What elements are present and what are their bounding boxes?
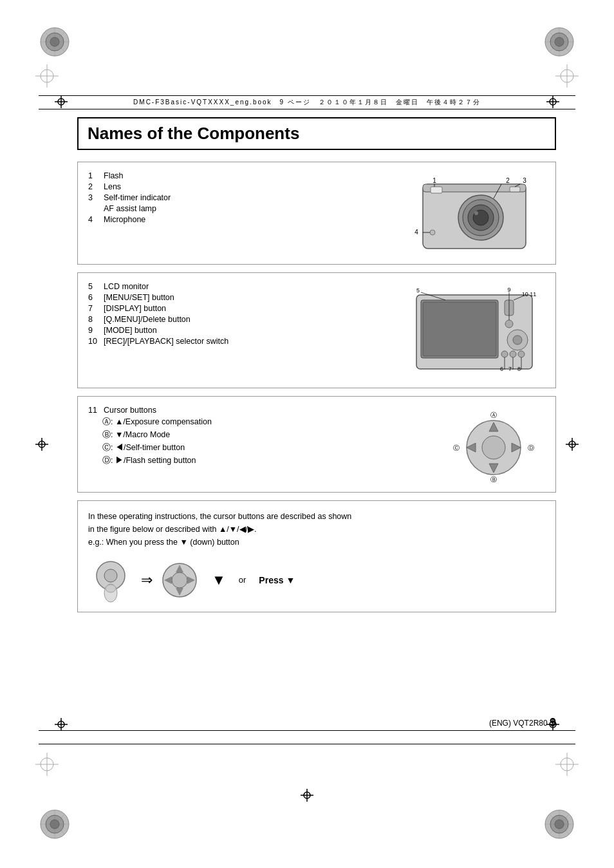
cross-mark-bottom-center — [301, 789, 313, 804]
svg-point-65 — [106, 585, 116, 592]
svg-text:Ⓐ: Ⓐ — [490, 411, 497, 419]
section-cursor: 11 Cursor buttons Ⓐ: ▲/Exposure compensa… — [77, 396, 556, 493]
back-camera-diagram: 10 11 9 — [404, 282, 545, 379]
svg-rect-32 — [423, 302, 496, 356]
arrow-right-icon: ⇒ — [141, 569, 153, 591]
svg-text:Ⓓ: Ⓓ — [528, 444, 534, 451]
reg-mark-br — [555, 753, 579, 778]
header-bar: DMC-F3Basic-VQTXXXX_eng.book 9 ページ ２０１０年… — [39, 95, 575, 109]
list-item: 9 [MODE] button — [88, 326, 391, 335]
camera-front-svg: 1 2 3 — [410, 171, 539, 255]
list-item: 11 Cursor buttons — [88, 406, 429, 415]
back-camera-list: 5 LCD monitor 6 [MENU/SET] button 7 [DIS… — [88, 282, 391, 379]
svg-rect-24 — [510, 187, 520, 192]
deco-circle-tr — [543, 26, 575, 60]
list-item: 2 Lens — [88, 182, 391, 191]
svg-point-27 — [430, 230, 435, 235]
demo-row: ⇒ ▼ or Press ▼ — [88, 558, 545, 603]
demo-buttons: ⇒ — [88, 558, 199, 603]
list-item: 1 Flash — [88, 171, 391, 180]
press-text: Press ▼ — [259, 573, 295, 587]
list-item: 4 Microphone — [88, 215, 391, 224]
cross-mark-right-mid — [566, 438, 579, 453]
list-item: Ⓒ: ◀/Self-timer button — [102, 442, 429, 453]
list-item: 5 LCD monitor — [88, 282, 391, 291]
svg-text:8: 8 — [517, 366, 521, 372]
finger-press-svg — [88, 558, 133, 603]
cursor-diagram: Ⓐ Ⓑ Ⓒ Ⓓ — [442, 406, 545, 483]
svg-text:Ⓒ: Ⓒ — [453, 444, 460, 451]
cursor-list: 11 Cursor buttons Ⓐ: ▲/Exposure compensa… — [88, 406, 429, 483]
list-item: 7 [DISPLAY] button — [88, 304, 391, 313]
section-front-camera: 1 Flash 2 Lens 3 Self-timer indicator AF… — [77, 162, 556, 265]
cursor-svg: Ⓐ Ⓑ Ⓒ Ⓓ — [449, 406, 539, 483]
page-title: Names of the Components — [88, 124, 546, 144]
svg-point-67 — [172, 572, 187, 588]
svg-point-63 — [104, 569, 117, 582]
svg-rect-14 — [431, 187, 442, 193]
svg-point-53 — [482, 436, 505, 459]
svg-point-42 — [510, 351, 516, 357]
svg-point-43 — [518, 351, 525, 357]
list-item: Ⓐ: ▲/Exposure compensation — [102, 417, 429, 428]
svg-text:9: 9 — [507, 287, 510, 293]
reg-mark-tl — [35, 64, 59, 90]
reg-mark-bl — [35, 753, 59, 778]
deco-circle-tl — [39, 26, 71, 60]
page-footer: (ENG) VQT2R80 9 — [77, 716, 556, 730]
list-item: 3 Self-timer indicator — [88, 193, 391, 202]
or-text: or — [239, 574, 247, 587]
svg-point-36 — [505, 320, 513, 328]
svg-text:10 11: 10 11 — [522, 291, 537, 297]
main-content: Names of the Components 1 Flash 2 Lens 3… — [77, 117, 556, 701]
cross-mark-left — [55, 95, 68, 110]
svg-text:7: 7 — [508, 366, 512, 372]
svg-text:Ⓑ: Ⓑ — [490, 476, 497, 483]
info-text-2: in the figure below or described with ▲/… — [88, 523, 545, 536]
section-back-camera: 5 LCD monitor 6 [MENU/SET] button 7 [DIS… — [77, 272, 556, 388]
svg-text:5: 5 — [416, 287, 420, 294]
list-item: AF assist lamp — [88, 204, 391, 213]
svg-text:3: 3 — [523, 177, 526, 184]
down-arrow-indicator: ▼ — [212, 569, 226, 591]
svg-text:6: 6 — [500, 366, 503, 372]
list-item: Ⓑ: ▼/Macro Mode — [102, 429, 429, 440]
reg-mark-tr — [555, 64, 579, 90]
svg-text:2: 2 — [506, 177, 510, 184]
list-item: 6 [MENU/SET] button — [88, 293, 391, 302]
cursor-pad-svg — [160, 561, 199, 599]
cross-mark-right — [546, 95, 559, 110]
info-box: In these operating instructions, the cur… — [77, 500, 556, 612]
header-text: DMC-F3Basic-VQTXXXX_eng.book 9 ページ ２０１０年… — [133, 98, 481, 107]
svg-text:4: 4 — [414, 229, 418, 236]
front-camera-list: 1 Flash 2 Lens 3 Self-timer indicator AF… — [88, 171, 391, 255]
list-item: 10 [REC]/[PLAYBACK] selector switch — [88, 337, 391, 346]
cross-mark-left-mid — [35, 438, 48, 453]
front-camera-diagram: 1 2 3 — [404, 171, 545, 255]
svg-text:1: 1 — [433, 177, 436, 184]
footer-prefix: (ENG) VQT2R80 — [489, 719, 550, 728]
camera-back-svg: 10 11 9 — [407, 282, 542, 379]
deco-circle-bl — [39, 808, 71, 842]
info-text-1: In these operating instructions, the cur… — [88, 510, 545, 523]
deco-circle-br — [543, 808, 575, 842]
list-item: 8 [Q.MENU]/Delete button — [88, 315, 391, 324]
svg-point-41 — [501, 351, 508, 357]
list-item: Ⓓ: ▶/Flash setting button — [102, 455, 429, 466]
svg-point-40 — [513, 335, 522, 344]
info-text-3: e.g.: When you press the ▼ (down) button — [88, 536, 545, 549]
bottom-bar — [39, 730, 575, 744]
svg-point-21 — [474, 211, 478, 215]
title-box: Names of the Components — [77, 117, 556, 150]
